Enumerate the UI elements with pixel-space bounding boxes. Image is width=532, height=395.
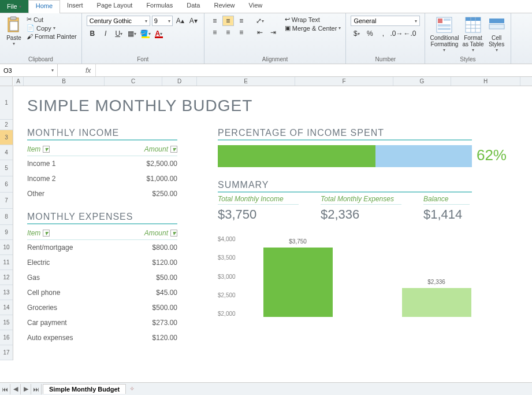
table-row[interactable]: Other$250.00 xyxy=(27,186,177,201)
row-header[interactable]: 3 xyxy=(0,130,13,145)
pct-bar: 62% xyxy=(218,145,472,167)
font-family-select[interactable]: Century Gothic▾ xyxy=(87,16,150,26)
row-header[interactable]: 4 xyxy=(0,145,13,160)
row-header[interactable]: 8 xyxy=(0,209,13,225)
increase-indent-button[interactable]: ⇥ xyxy=(267,27,279,38)
underline-button[interactable]: U▾ xyxy=(113,28,125,39)
column-header[interactable]: H xyxy=(451,77,520,86)
shrink-font-button[interactable]: A▾ xyxy=(188,16,199,26)
align-left-button[interactable]: ≡ xyxy=(209,27,221,38)
tab-view[interactable]: View xyxy=(242,0,270,13)
decrease-indent-button[interactable]: ⇤ xyxy=(254,27,266,38)
comma-button[interactable]: , xyxy=(377,28,389,39)
number-format-select[interactable]: General▾ xyxy=(351,16,420,26)
font-color-button[interactable]: A▾ xyxy=(153,28,165,39)
decrease-decimal-button[interactable]: ←.0 xyxy=(404,28,415,39)
merge-center-button[interactable]: ▣Merge & Center▾ xyxy=(285,24,341,32)
cut-button[interactable]: ✂Cut xyxy=(27,16,77,23)
filter-dropdown-icon[interactable]: ▾ xyxy=(170,146,177,153)
align-bottom-button[interactable]: ≡ xyxy=(236,16,247,26)
font-size-select[interactable]: 9▾ xyxy=(152,16,173,26)
tab-page-layout[interactable]: Page Layout xyxy=(90,0,140,13)
bold-button[interactable]: B xyxy=(87,28,98,39)
table-row[interactable]: Rent/mortgage$800.00 xyxy=(27,240,177,255)
expenses-heading: MONTHLY EXPENSES xyxy=(27,212,177,224)
sheet-tab[interactable]: Simple Monthly Budget xyxy=(43,384,126,394)
column-header[interactable]: F xyxy=(295,77,393,86)
table-row[interactable]: Cell phone$45.00 xyxy=(27,285,177,300)
cell-styles-button[interactable]: Cell Styles▾ xyxy=(488,16,506,53)
sheet-nav-last[interactable]: ⏭ xyxy=(31,384,42,394)
table-row[interactable]: Electric$120.00 xyxy=(27,255,177,270)
fill-color-button[interactable]: 🪣▾ xyxy=(140,28,151,39)
row-header[interactable]: 10 xyxy=(0,240,13,255)
summary-expenses-value: $2,336 xyxy=(321,205,401,222)
currency-button[interactable]: $▾ xyxy=(351,28,362,39)
table-row[interactable]: Gas$50.00 xyxy=(27,270,177,285)
table-row[interactable]: Income 2$1,000.00 xyxy=(27,171,177,186)
percent-button[interactable]: % xyxy=(364,28,375,39)
italic-button[interactable]: I xyxy=(100,28,111,39)
sheet-nav-prev[interactable]: ◀ xyxy=(10,384,21,394)
row-header[interactable]: 17 xyxy=(0,345,13,360)
row-header[interactable]: 14 xyxy=(0,300,13,315)
filter-dropdown-icon[interactable]: ▾ xyxy=(43,146,50,153)
column-header[interactable]: B xyxy=(24,77,105,86)
chart-bar-expenses: $2,336 xyxy=(402,288,471,317)
filter-dropdown-icon[interactable]: ▾ xyxy=(43,230,50,237)
group-styles: Conditional Formatting▾ Format as Table▾… xyxy=(425,13,511,64)
column-header[interactable]: C xyxy=(105,77,162,86)
conditional-formatting-button[interactable]: Conditional Formatting▾ xyxy=(430,16,459,53)
filter-dropdown-icon[interactable]: ▾ xyxy=(170,230,177,237)
align-right-button[interactable]: ≡ xyxy=(236,27,247,38)
row-header[interactable]: 11 xyxy=(0,255,13,270)
row-header[interactable]: 16 xyxy=(0,330,13,345)
align-top-button[interactable]: ≡ xyxy=(209,16,221,26)
format-as-table-button[interactable]: Format as Table▾ xyxy=(462,16,483,53)
sheet-nav-next[interactable]: ▶ xyxy=(21,384,31,394)
row-header[interactable]: 7 xyxy=(0,193,13,209)
file-tab[interactable]: File▾ xyxy=(0,0,28,13)
table-row[interactable]: Income 1$2,500.00 xyxy=(27,156,177,171)
table-row[interactable]: Car payment$273.00 xyxy=(27,315,177,330)
row-header[interactable]: 2 xyxy=(0,120,13,130)
column-header[interactable]: G xyxy=(393,77,451,86)
row-header[interactable]: 5 xyxy=(0,160,13,176)
fx-label[interactable]: fx xyxy=(81,67,95,75)
table-row[interactable]: Auto expenses$120.00 xyxy=(27,330,177,345)
sheet-nav-first[interactable]: ⏮ xyxy=(0,384,10,394)
wrap-text-button[interactable]: ↩Wrap Text xyxy=(285,16,341,23)
tab-data[interactable]: Data xyxy=(180,0,207,13)
tab-formulas[interactable]: Formulas xyxy=(139,0,180,13)
brush-icon: 🖌 xyxy=(27,33,33,40)
select-all-corner[interactable] xyxy=(0,77,13,86)
orientation-button[interactable]: ⤢▾ xyxy=(254,16,266,26)
table-row[interactable]: Groceries$500.00 xyxy=(27,300,177,315)
column-header[interactable]: A xyxy=(13,77,24,86)
formula-input[interactable] xyxy=(95,64,532,76)
tab-home[interactable]: Home xyxy=(28,0,60,13)
row-header[interactable]: 1 xyxy=(0,86,13,120)
align-middle-button[interactable]: ≡ xyxy=(222,16,234,26)
column-header[interactable]: E xyxy=(197,77,295,86)
copy-button[interactable]: 📄Copy▾ xyxy=(27,24,77,32)
worksheet-grid: 1234567891011121314151617 ABCDEFGH SIMPL… xyxy=(0,77,532,385)
align-center-button[interactable]: ≡ xyxy=(222,27,234,38)
ribbon-tabs: File▾ Home Insert Page Layout Formulas D… xyxy=(0,0,532,13)
paste-button[interactable]: Paste▾ xyxy=(5,16,23,47)
row-header[interactable]: 9 xyxy=(0,225,13,240)
increase-decimal-button[interactable]: .0→ xyxy=(390,28,402,39)
column-header[interactable]: D xyxy=(162,77,197,86)
grow-font-button[interactable]: A▴ xyxy=(174,16,186,26)
row-header[interactable]: 13 xyxy=(0,285,13,300)
svg-rect-4 xyxy=(438,19,442,23)
row-header[interactable]: 6 xyxy=(0,176,13,193)
row-header[interactable]: 15 xyxy=(0,315,13,330)
format-painter-button[interactable]: 🖌Format Painter xyxy=(27,33,77,40)
row-header[interactable]: 12 xyxy=(0,270,13,285)
name-box[interactable]: O3▾ xyxy=(0,64,58,76)
tab-review[interactable]: Review xyxy=(207,0,241,13)
border-button[interactable]: ▦▾ xyxy=(127,28,138,39)
new-sheet-button[interactable]: ✧ xyxy=(126,385,138,393)
tab-insert[interactable]: Insert xyxy=(60,0,90,13)
